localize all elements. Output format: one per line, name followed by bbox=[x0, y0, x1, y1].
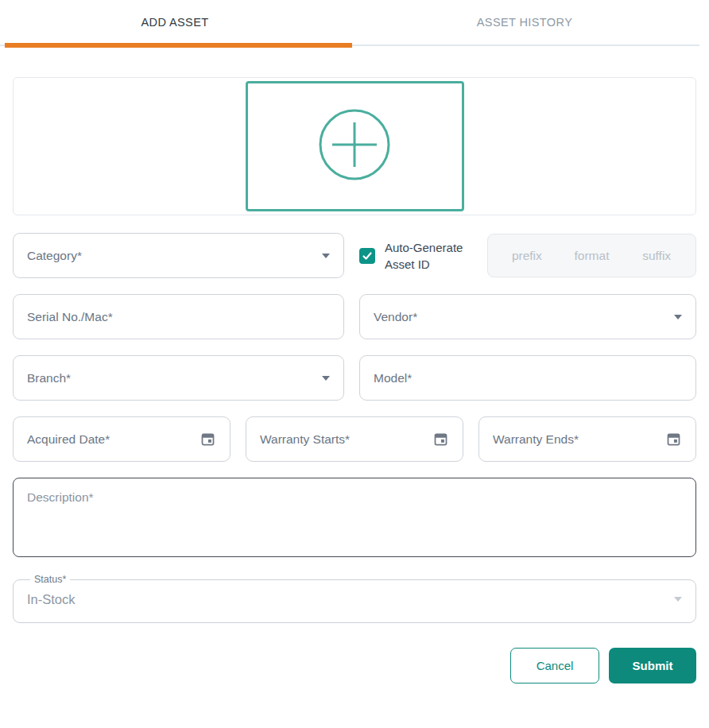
warranty-ends-field[interactable]: Warranty Ends* bbox=[478, 416, 696, 462]
check-icon bbox=[362, 250, 373, 261]
branch-label: Branch* bbox=[27, 371, 71, 385]
acquired-date-label: Acquired Date* bbox=[27, 432, 110, 447]
description-textarea[interactable] bbox=[13, 478, 696, 557]
form-actions: Cancel Submit bbox=[13, 648, 696, 683]
vendor-label: Vendor* bbox=[374, 310, 417, 324]
prefix-input[interactable] bbox=[494, 249, 560, 263]
row-branch-model: Branch* bbox=[13, 355, 696, 401]
status-select[interactable]: Status* In-Stock bbox=[13, 574, 696, 623]
plus-circle-icon bbox=[318, 108, 391, 184]
warranty-starts-label: Warranty Starts* bbox=[260, 432, 350, 447]
category-select[interactable]: Category* bbox=[13, 233, 344, 278]
warranty-ends-label: Warranty Ends* bbox=[493, 432, 579, 447]
row-serial-vendor: Vendor* bbox=[13, 294, 696, 339]
image-upload-dropzone[interactable] bbox=[246, 81, 464, 211]
model-input[interactable] bbox=[359, 355, 696, 401]
add-asset-form: Category* Auto-Generate Asset ID Vendor* bbox=[0, 77, 709, 683]
image-upload-container bbox=[13, 77, 696, 215]
calendar-icon[interactable] bbox=[665, 431, 682, 447]
asset-id-pattern-group bbox=[487, 234, 696, 277]
submit-button[interactable]: Submit bbox=[609, 648, 696, 683]
warranty-starts-field[interactable]: Warranty Starts* bbox=[246, 416, 463, 462]
row-dates: Acquired Date* Warranty Starts* Warran bbox=[13, 416, 696, 462]
category-label: Category* bbox=[27, 249, 82, 263]
tab-bar: ADD ASSET ASSET HISTORY bbox=[0, 0, 699, 46]
chevron-down-icon bbox=[322, 254, 330, 258]
calendar-icon[interactable] bbox=[432, 431, 449, 447]
chevron-down-icon bbox=[322, 376, 330, 381]
calendar-icon[interactable] bbox=[200, 431, 216, 447]
active-tab-indicator bbox=[5, 43, 352, 48]
auto-generate-label: Auto-Generate Asset ID bbox=[385, 239, 472, 273]
format-input[interactable] bbox=[560, 249, 625, 263]
cancel-button[interactable]: Cancel bbox=[510, 648, 599, 683]
chevron-down-icon bbox=[674, 315, 682, 319]
auto-generate-toggle[interactable]: Auto-Generate Asset ID bbox=[359, 233, 472, 278]
status-inner: In-Stock bbox=[14, 585, 695, 614]
chevron-down-icon bbox=[674, 597, 682, 602]
status-label: Status* bbox=[30, 574, 70, 585]
suffix-input[interactable] bbox=[624, 249, 689, 263]
vendor-select[interactable]: Vendor* bbox=[359, 294, 696, 339]
branch-select[interactable]: Branch* bbox=[13, 355, 344, 401]
tab-asset-history[interactable]: ASSET HISTORY bbox=[350, 0, 699, 45]
auto-generate-checkbox[interactable] bbox=[359, 248, 375, 264]
acquired-date-field[interactable]: Acquired Date* bbox=[13, 416, 231, 462]
status-value: In-Stock bbox=[27, 592, 76, 607]
tab-add-asset[interactable]: ADD ASSET bbox=[0, 0, 350, 45]
serial-input[interactable] bbox=[13, 294, 344, 339]
row-category-assetid: Category* Auto-Generate Asset ID bbox=[13, 233, 696, 278]
